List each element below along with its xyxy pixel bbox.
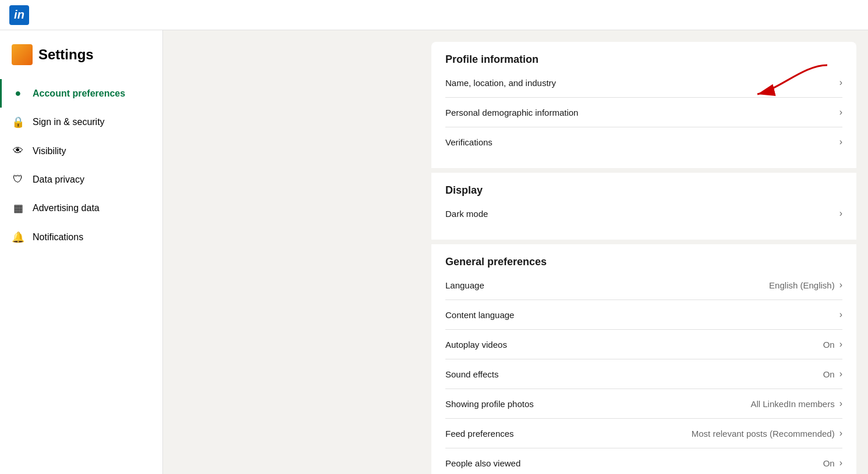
dark-mode-label: Dark mode [445, 209, 488, 219]
settings-title: Settings [38, 47, 94, 63]
language-label: Language [445, 280, 484, 290]
sidebar-item-label: Data privacy [33, 174, 84, 185]
sidebar: Settings ● Account preferences 🔒 Sign in… [0, 30, 163, 474]
chevron-right-icon: › [839, 398, 842, 409]
sound-effects-row[interactable]: Sound effects On › [445, 359, 842, 389]
sidebar-item-sign-in-security[interactable]: 🔒 Sign in & security [0, 108, 162, 137]
chevron-right-icon: › [839, 309, 842, 320]
linkedin-logo[interactable]: in [9, 5, 29, 25]
feed-preferences-value-text: Most relevant posts (Recommended) [692, 429, 835, 439]
chevron-right-icon: › [839, 458, 842, 468]
top-nav: in [0, 0, 868, 30]
chevron-right-icon: › [839, 77, 842, 88]
verifications-value: › [839, 137, 842, 147]
dark-mode-value: › [839, 208, 842, 219]
settings-avatar [12, 44, 33, 65]
sidebar-item-visibility[interactable]: 👁 Visibility [0, 137, 162, 165]
content-language-label: Content language [445, 310, 514, 320]
verifications-label: Verifications [445, 137, 493, 147]
personal-demographic-value: › [839, 107, 842, 117]
showing-profile-photos-value: All LinkedIn members › [750, 398, 842, 409]
content-language-row[interactable]: Content language › [445, 300, 842, 330]
feed-preferences-row[interactable]: Feed preferences Most relevant posts (Re… [445, 419, 842, 448]
people-also-viewed-label: People also viewed [445, 458, 520, 468]
chevron-right-icon: › [839, 107, 842, 117]
profile-information-section: Profile information Name, location, and … [431, 42, 856, 173]
autoplay-videos-value: On › [823, 339, 842, 350]
chevron-right-icon: › [839, 137, 842, 147]
account-preferences-icon: ● [12, 87, 24, 99]
personal-demographic-label: Personal demographic information [445, 108, 578, 117]
autoplay-videos-row[interactable]: Autoplay videos On › [445, 330, 842, 359]
settings-panel: Profile information Name, location, and … [431, 42, 856, 474]
chevron-right-icon: › [839, 339, 842, 350]
verifications-row[interactable]: Verifications › [445, 127, 842, 156]
logo-text: in [14, 8, 24, 22]
dark-mode-row[interactable]: Dark mode › [445, 199, 842, 228]
settings-header: Settings [0, 44, 162, 79]
language-row[interactable]: Language English (English) › [445, 270, 842, 300]
sound-effects-value: On › [823, 369, 842, 379]
sound-effects-label: Sound effects [445, 369, 498, 379]
showing-profile-photos-row[interactable]: Showing profile photos All LinkedIn memb… [445, 389, 842, 419]
people-also-viewed-value-text: On [823, 458, 835, 468]
autoplay-videos-label: Autoplay videos [445, 340, 507, 350]
language-value: English (English) › [769, 280, 842, 290]
bell-icon: 🔔 [12, 231, 24, 244]
people-also-viewed-row[interactable]: People also viewed On › [445, 448, 842, 474]
content-area: Profile information Name, location, and … [163, 30, 868, 474]
eye-icon: 👁 [12, 145, 24, 157]
lock-icon: 🔒 [12, 116, 24, 129]
general-preferences-title: General preferences [445, 256, 842, 268]
content-language-value: › [839, 309, 842, 320]
feed-preferences-label: Feed preferences [445, 429, 514, 439]
advertising-icon: ▦ [12, 202, 24, 215]
display-section: Display Dark mode › [431, 173, 856, 244]
main-container: Settings ● Account preferences 🔒 Sign in… [0, 30, 868, 474]
autoplay-videos-value-text: On [823, 340, 835, 350]
name-location-industry-label: Name, location, and industry [445, 78, 556, 88]
sidebar-item-label: Sign in & security [33, 117, 105, 127]
sidebar-item-notifications[interactable]: 🔔 Notifications [0, 223, 162, 252]
showing-profile-photos-value-text: All LinkedIn members [750, 399, 834, 409]
chevron-right-icon: › [839, 369, 842, 379]
profile-information-title: Profile information [445, 54, 842, 66]
showing-profile-photos-label: Showing profile photos [445, 399, 534, 409]
chevron-right-icon: › [839, 208, 842, 219]
shield-icon: 🛡 [12, 173, 24, 186]
sidebar-item-label: Visibility [33, 146, 66, 156]
feed-preferences-value: Most relevant posts (Recommended) › [692, 428, 842, 439]
sidebar-item-data-privacy[interactable]: 🛡 Data privacy [0, 165, 162, 194]
language-value-text: English (English) [769, 280, 835, 290]
name-location-industry-value: › [839, 77, 842, 88]
sidebar-nav: ● Account preferences 🔒 Sign in & securi… [0, 79, 162, 252]
sidebar-item-account-preferences[interactable]: ● Account preferences [0, 79, 162, 108]
name-location-industry-row[interactable]: Name, location, and industry › [445, 68, 842, 98]
sidebar-item-advertising-data[interactable]: ▦ Advertising data [0, 194, 162, 223]
general-preferences-section: General preferences Language English (En… [431, 244, 856, 474]
personal-demographic-row[interactable]: Personal demographic information › [445, 98, 842, 127]
chevron-right-icon: › [839, 280, 842, 290]
chevron-right-icon: › [839, 428, 842, 439]
people-also-viewed-value: On › [823, 458, 842, 468]
sidebar-item-label: Advertising data [33, 203, 100, 213]
sound-effects-value-text: On [823, 369, 835, 379]
display-title: Display [445, 184, 842, 197]
sidebar-item-label: Account preferences [33, 88, 125, 99]
sidebar-item-label: Notifications [33, 232, 83, 243]
